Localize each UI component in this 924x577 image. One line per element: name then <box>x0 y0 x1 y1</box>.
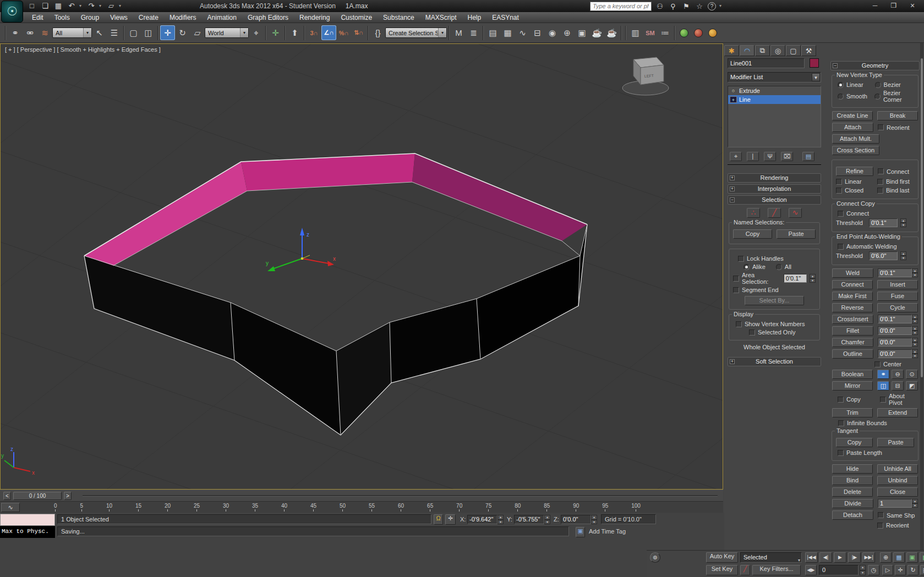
redo-icon[interactable]: ↷ <box>86 1 97 11</box>
weld-threshold-field[interactable]: 0'6.0" <box>869 251 898 260</box>
render-iterative-icon[interactable]: ☕ <box>604 25 619 40</box>
select-and-rotate-icon[interactable]: ↻ <box>175 25 190 40</box>
break-button[interactable]: Break <box>877 111 918 120</box>
restore-icon[interactable]: ❒ <box>888 1 899 10</box>
delete-button[interactable]: Delete <box>832 487 873 497</box>
show-vertex-numbers-checkbox[interactable] <box>736 321 742 327</box>
perspective-viewport[interactable]: z x y LEFT z x y [ + ] [ Perspective ] [… <box>0 43 723 490</box>
cross-insert-button[interactable]: CrossInsert <box>832 315 873 324</box>
mirror-copy-checkbox[interactable] <box>838 397 844 403</box>
menu-item[interactable]: Graph Editors <box>242 12 294 23</box>
stack-item-extrude[interactable]: ○ Extrude <box>728 86 821 95</box>
connect-copy-threshold-field[interactable]: 0'0.1" <box>869 218 898 227</box>
viewport-canvas[interactable]: z x y LEFT z x y <box>1 44 723 489</box>
object-color-swatch[interactable] <box>810 58 819 68</box>
scrollbar-thumb[interactable] <box>921 58 923 377</box>
outline-field[interactable]: 0'0.0" <box>878 349 912 358</box>
segment-subobject-icon[interactable]: ╱ <box>768 208 781 218</box>
tab-display[interactable]: ▢ <box>786 45 801 56</box>
view-cube[interactable]: LEFT <box>622 57 669 95</box>
command-panel-scrollbar[interactable] <box>920 43 923 550</box>
weld-button[interactable]: Weld <box>832 268 873 278</box>
parameter-editor-icon[interactable]: ≔ <box>658 25 673 40</box>
previous-frame-icon[interactable]: ◀| <box>819 552 832 563</box>
menu-item[interactable]: Tools <box>49 12 75 23</box>
dropdown-arrow-icon[interactable]: ▾ <box>798 556 800 565</box>
linear-radio[interactable] <box>838 82 844 88</box>
menu-item[interactable]: Help <box>462 12 486 23</box>
snaps-toggle-icon[interactable]: 3∩ <box>307 25 321 40</box>
close-spline-button[interactable]: Close <box>877 487 918 497</box>
zoom-icon[interactable]: ⊕ <box>880 552 892 563</box>
viewport-label[interactable]: [ + ] [ Perspective ] [ Smooth + Highlig… <box>5 46 161 53</box>
unhide-all-button[interactable]: Unhide All <box>877 464 918 474</box>
outline-spinner[interactable]: ▴▾ <box>912 349 918 358</box>
close-icon[interactable]: × <box>907 1 918 10</box>
keyboard-shortcut-override-icon[interactable]: ⬆ <box>287 25 302 40</box>
make-first-button[interactable]: Make First <box>832 292 873 301</box>
attach-mult-button[interactable]: Attach Mult. <box>832 134 879 144</box>
frame-spinner[interactable]: ▴▾ <box>860 565 866 575</box>
mirror-horizontal-icon[interactable]: ◫ <box>877 381 889 391</box>
mirror-both-icon[interactable]: ◩ <box>906 381 918 391</box>
track-bar[interactable]: ∿ 05101520253035404550556065707580859095… <box>0 501 723 513</box>
modifier-list-dropdown[interactable]: Modifier List ▼ <box>728 72 821 83</box>
refine-linear-checkbox[interactable] <box>836 179 842 185</box>
transform-gizmo[interactable]: z x y <box>266 228 336 271</box>
closed-checkbox[interactable] <box>836 188 842 194</box>
cross-insert-field[interactable]: 0'0.1" <box>878 315 912 323</box>
selection-filter-dropdown[interactable]: All▾ <box>52 28 92 38</box>
play-animation-icon[interactable]: ▶ <box>834 552 846 563</box>
extruded-spline-shape[interactable] <box>84 153 587 435</box>
vertex-subobject-icon[interactable]: ∴ <box>747 208 760 218</box>
spinner-snap-toggle-icon[interactable]: ⇅∩ <box>351 25 366 40</box>
rollout-rendering[interactable]: +Rendering <box>728 173 821 183</box>
menu-item[interactable]: Create <box>133 12 164 23</box>
dropdown-arrow-icon[interactable]: ▼ <box>812 73 820 81</box>
substance-plugin-icon[interactable]: SM <box>643 25 658 40</box>
mirror-icon[interactable]: M <box>451 25 466 40</box>
tab-motion[interactable]: ◎ <box>770 45 785 56</box>
reorient-checkbox[interactable] <box>878 124 884 130</box>
select-and-manipulate-icon[interactable]: ✛ <box>268 25 283 40</box>
help-dropdown-icon[interactable]: ▾ <box>719 1 724 11</box>
bind-first-checkbox[interactable] <box>877 179 883 185</box>
add-time-tag-label[interactable]: Add Time Tag <box>589 528 626 535</box>
cross-section-button[interactable]: Cross Section <box>832 146 879 155</box>
infinite-bounds-checkbox[interactable] <box>838 420 844 426</box>
select-and-scale-icon[interactable]: ▱ <box>190 25 205 40</box>
auto-key-button[interactable]: Auto Key <box>706 552 738 563</box>
time-configuration-icon[interactable]: ◷ <box>868 565 879 575</box>
hide-button[interactable]: Hide <box>832 464 873 474</box>
edit-named-selection-sets-icon[interactable]: {} <box>370 25 385 40</box>
menu-item[interactable]: Views <box>105 12 133 23</box>
reference-coordinate-system-dropdown[interactable]: World▾ <box>205 28 249 38</box>
bind-button[interactable]: Bind <box>832 476 873 485</box>
menu-item[interactable]: Substance <box>378 12 420 23</box>
chamfer-button[interactable]: Chamfer <box>832 338 873 347</box>
select-by-name-icon[interactable]: ☰ <box>107 25 122 40</box>
cross-insert-spinner[interactable]: ▴▾ <box>912 315 918 323</box>
automatic-welding-checkbox[interactable] <box>838 244 844 250</box>
plugin-green-icon[interactable] <box>680 29 688 37</box>
render-setup-icon[interactable]: ⊕ <box>560 25 575 40</box>
time-slider-handle[interactable]: 0 / 100 <box>13 492 62 500</box>
set-key-button[interactable]: Set Key <box>706 565 738 575</box>
new-file-icon[interactable]: □ <box>26 1 37 11</box>
tab-modify[interactable]: ◠ <box>740 45 754 56</box>
plugin-red-icon[interactable] <box>694 29 703 37</box>
help-icon[interactable]: ? <box>708 2 716 10</box>
named-selection-sets-dropdown[interactable]: Create Selection Se▾ <box>385 28 447 38</box>
area-selection-spinner[interactable]: ▴▾ <box>810 274 816 283</box>
add-time-tag-icon[interactable]: ▣ <box>576 527 585 537</box>
menu-item[interactable]: Modifiers <box>164 12 202 23</box>
object-name-field[interactable]: Line001 <box>728 58 805 68</box>
graphite-modeling-tools-icon[interactable]: ▦ <box>500 25 515 40</box>
rollout-geometry[interactable]: −Geometry <box>830 61 920 70</box>
rollout-selection[interactable]: −Selection <box>728 195 821 205</box>
mirror-vertical-icon[interactable]: ⊟ <box>892 381 904 391</box>
bind-last-checkbox[interactable] <box>877 188 883 194</box>
trim-button[interactable]: Trim <box>832 408 873 417</box>
menu-item[interactable]: MAXScript <box>420 12 462 23</box>
zoom-extents-all-icon[interactable]: ▩ <box>920 552 924 563</box>
